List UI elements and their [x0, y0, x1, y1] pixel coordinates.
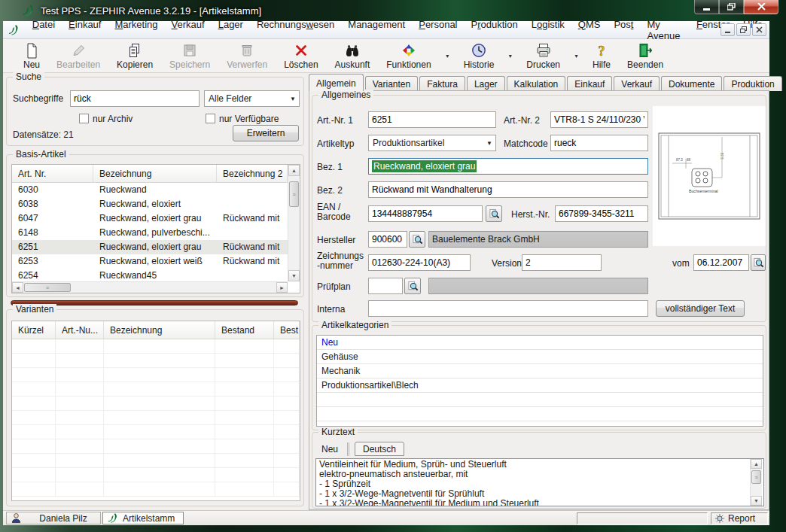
version-input[interactable]	[522, 254, 602, 271]
archive-only-checkbox[interactable]	[79, 114, 89, 123]
art-nr-2-input[interactable]	[550, 111, 648, 128]
column-header-bezeichnung[interactable]: Bezeichnung	[104, 321, 215, 339]
toolbar-funktionen-button[interactable]: Funktionen	[378, 40, 439, 71]
column-header-art-nu-[interactable]: Art.-Nu...	[56, 321, 104, 339]
tab-faktura[interactable]: Faktura	[419, 76, 465, 91]
scroll-thumb[interactable]: ≡	[24, 283, 71, 292]
column-header-art-nr-[interactable]: Art. Nr.	[12, 165, 93, 182]
column-header-bezeichnung[interactable]: Bezeichnung	[93, 165, 217, 182]
mdi-minimize-button[interactable]	[720, 23, 735, 36]
variant-empty-row	[12, 368, 300, 382]
art-nr-1-input[interactable]	[368, 111, 496, 128]
column-header-k-rzel[interactable]: Kürzel	[12, 321, 56, 339]
table-row-6038[interactable]: 6038Rueckwand, eloxiert	[12, 197, 288, 211]
archive-only-label: nur Archiv	[93, 114, 133, 124]
toolbar-drucken-dropdown[interactable]: ▾	[571, 44, 581, 67]
tab-kalkulation[interactable]: Kalkulation	[507, 76, 566, 91]
tab-verkauf[interactable]: Verkauf	[614, 76, 660, 91]
toolbar-historie-dropdown[interactable]: ▾	[505, 44, 515, 67]
available-only-checkbox[interactable]	[206, 114, 215, 123]
scroll-down-button[interactable]: ▼	[751, 496, 762, 506]
report-panel[interactable]: Report	[711, 512, 768, 524]
short-text-scrollbar[interactable]: ▲ ≡ ▼	[750, 459, 762, 506]
module-tab-artikelstamm[interactable]: Artikelstamm	[102, 512, 184, 524]
test-plan-input[interactable]	[368, 278, 403, 294]
category-item-produktionsartikel-blech[interactable]: Produktionsartikel\Blech	[317, 378, 763, 393]
expand-search-button[interactable]: Erweitern	[233, 125, 299, 141]
category-item-mechanik[interactable]: Mechanik	[317, 364, 763, 378]
table-row-6148[interactable]: 6148Rueckwand, pulverbeschi...	[12, 226, 288, 240]
short-text-tab-neu[interactable]: Neu	[321, 444, 338, 454]
base-articles-body: 6030Rueckwand6038Rueckwand, eloxiert6047…	[12, 183, 288, 283]
vom-lookup-button[interactable]	[751, 254, 766, 271]
toolbar-hilfe-button[interactable]: ?Hilfe	[584, 40, 619, 71]
bez2-input[interactable]	[368, 181, 648, 198]
short-text-groupbox: Kurztext Neu Deutsch Ventileinheit für M…	[312, 432, 766, 509]
bez1-input[interactable]: Rueckwand, eloxiert grau	[368, 158, 648, 175]
short-text-tab-deutsch[interactable]: Deutsch	[355, 442, 404, 456]
toolbar-drucken-button[interactable]: Drucken	[518, 40, 568, 71]
toolbar-auskunft-button[interactable]: Auskunft	[327, 40, 379, 71]
herst-nr-input[interactable]	[555, 205, 648, 222]
status-panel	[577, 512, 708, 524]
scroll-thumb[interactable]: ≡	[751, 470, 761, 484]
tab-allgemein[interactable]: Allgemein	[309, 74, 364, 91]
search-terms-label: Suchbegriffe	[13, 93, 63, 104]
variant-empty-row	[12, 411, 300, 425]
search-input[interactable]	[70, 90, 200, 107]
scroll-thumb[interactable]: ≡	[289, 181, 299, 207]
technical-drawing: 87.3 88 87.5 Buchsenterminal	[653, 106, 766, 246]
ean-lookup-button[interactable]	[486, 205, 502, 222]
scroll-up-button[interactable]: ▲	[288, 165, 300, 176]
interna-input[interactable]	[368, 300, 648, 317]
manufacturer-code-input[interactable]	[368, 231, 407, 248]
tab-lager[interactable]: Lager	[467, 76, 505, 91]
scroll-down-button[interactable]: ▼	[288, 270, 300, 281]
user-session-tab[interactable]: Daniela Pilz	[6, 512, 101, 524]
variant-empty-row	[12, 425, 300, 439]
tab-einkauf[interactable]: Einkauf	[567, 76, 612, 91]
table-row-6030[interactable]: 6030Rueckwand	[12, 183, 288, 197]
drawing-number-input[interactable]	[368, 254, 471, 271]
scroll-up-button[interactable]: ▲	[751, 459, 762, 469]
matchcode-input[interactable]	[550, 135, 648, 151]
restore-button[interactable]	[719, 0, 744, 14]
tab-varianten[interactable]: Varianten	[365, 76, 418, 91]
short-text-area[interactable]: Ventileinheit für Medium, Sprüh- und Ste…	[315, 458, 764, 506]
minimize-button[interactable]	[694, 0, 719, 14]
manufacturer-lookup-button[interactable]	[409, 231, 425, 248]
column-header-bestand[interactable]: Bestand	[215, 321, 274, 339]
scroll-right-button[interactable]: ►	[276, 282, 288, 293]
vertical-scrollbar[interactable]: ▲ ≡ ▼	[288, 165, 300, 281]
toolbar-l-schen-button[interactable]: Löschen	[276, 40, 326, 71]
column-header-bezeichnung-2[interactable]: Bezeichnung 2	[217, 165, 288, 182]
mdi-restore-button[interactable]	[736, 23, 751, 36]
column-header-best[interactable]: Best	[274, 321, 300, 339]
toolbar-beenden-button[interactable]: Beenden	[619, 40, 672, 71]
vom-date-input[interactable]	[693, 254, 749, 271]
tab-dokumente[interactable]: Dokumente	[661, 76, 722, 91]
category-item-neu[interactable]: Neu	[317, 336, 763, 350]
table-row-6253[interactable]: 6253Rueckwand, eloxiert weißRückwand mit	[12, 254, 288, 269]
table-row-6047[interactable]: 6047Rueckwand, eloxiert grauRückwand mit	[12, 211, 288, 226]
search-scope-select[interactable]: Alle Felder▼	[204, 90, 300, 107]
mdi-close-button[interactable]	[752, 23, 766, 36]
full-text-button[interactable]: vollständiger Text	[656, 300, 745, 317]
toolbar-neu-button[interactable]: Neu	[15, 40, 48, 71]
table-row-6251[interactable]: 6251Rueckwand, eloxiert grauRückwand mit	[12, 240, 288, 254]
window-frame: Test PPS - ZEPHIR Avenue 3.2.19 - [Artik…	[0, 0, 786, 532]
category-item-geh-use[interactable]: Gehäuse	[317, 350, 763, 364]
ean-input[interactable]	[368, 205, 483, 222]
toolbar-kopieren-button[interactable]: Kopieren	[108, 40, 161, 71]
article-type-select[interactable]: Produktionsartikel▼	[368, 135, 496, 151]
scroll-left-button[interactable]: ◄	[12, 282, 23, 293]
toolbar-historie-button[interactable]: Historie	[455, 40, 503, 71]
search-groupbox: Suche Suchbegriffe Alle Felder▼ nur Arch…	[6, 77, 304, 146]
article-image[interactable]: 87.3 88 87.5 Buchsenterminal	[653, 106, 766, 246]
test-plan-lookup-button[interactable]	[404, 278, 421, 294]
tab-produktion[interactable]: Produktion	[724, 76, 781, 91]
magnifier-icon	[489, 208, 500, 220]
close-button[interactable]	[744, 0, 778, 14]
horizontal-scrollbar[interactable]: ◄ ≡ ►	[12, 281, 288, 293]
toolbar-funktionen-dropdown[interactable]: ▾	[443, 44, 452, 67]
